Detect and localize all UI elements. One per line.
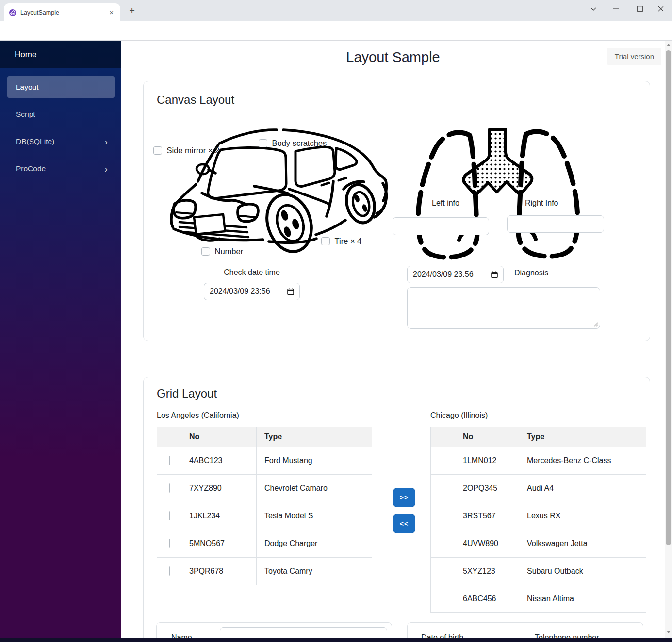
scroll-down-arrow-icon[interactable] (667, 631, 671, 633)
diagnosis-date-input[interactable]: 2024/03/09 23:56 (407, 266, 504, 283)
table-row[interactable]: 3RST567 Lexus RX (431, 502, 646, 530)
window-close-button[interactable] (654, 2, 668, 16)
browser-tab[interactable]: LayoutSample × (4, 3, 120, 21)
table-row[interactable]: 6ABC456 Nissan Altima (431, 585, 646, 613)
cell-no: 2OPQ345 (455, 475, 519, 502)
row-checkbox[interactable] (443, 456, 443, 465)
right-info-input[interactable] (507, 215, 604, 233)
cell-no: 4UVW890 (455, 530, 519, 558)
row-checkbox[interactable] (443, 539, 443, 548)
body-scratches-checkbox-row: Body scratches (259, 139, 327, 148)
main-content: Layout Sample Trial version Canvas Layou… (121, 41, 665, 642)
sidebar-item-db-sqlite[interactable]: DB(SQLite) › (7, 130, 115, 152)
tab-close-icon[interactable]: × (107, 8, 115, 16)
row-checkbox[interactable] (443, 594, 443, 603)
cell-type: Ford Mustang (257, 447, 372, 475)
table-header-row: No Type (431, 427, 646, 447)
cell-no: 4ABC123 (181, 447, 257, 475)
table-row[interactable]: 5XYZ123 Subaru Outback (431, 558, 646, 585)
row-checkbox[interactable] (443, 511, 443, 520)
table-row[interactable]: 3PQR678 Toyota Camry (157, 558, 372, 585)
chevron-right-icon: › (104, 137, 108, 146)
right-table-caption: Chicago (Illinois) (430, 411, 488, 420)
check-date-label: Check date time (204, 268, 300, 277)
cell-type: Nissan Altima (519, 585, 646, 613)
tire-label: Tire × 4 (335, 237, 362, 246)
cell-type: Tesla Model S (257, 502, 372, 530)
row-checkbox[interactable] (169, 539, 170, 548)
sidebar-brand[interactable]: Home (0, 41, 121, 68)
cell-no: 6ABC456 (455, 585, 519, 613)
calendar-icon[interactable] (491, 271, 498, 278)
body-scratches-label: Body scratches (272, 139, 327, 148)
table-row[interactable]: 2OPQ345 Audi A4 (431, 475, 646, 502)
cell-type: Toyota Camry (257, 558, 372, 585)
side-mirror-checkbox-row: Side mirror × 2 (153, 146, 219, 155)
cell-no: 3PQR678 (181, 558, 257, 585)
row-checkbox[interactable] (443, 483, 443, 493)
window-minimize-button[interactable] (608, 2, 623, 16)
diagnosis-date-value: 2024/03/09 23:56 (413, 270, 474, 279)
diagnosis-label: Diagnosis (514, 269, 548, 277)
canvas-layout-heading: Canvas Layout (157, 93, 234, 107)
cell-no: 5MNO567 (181, 530, 257, 558)
right-info-label: Right Info (525, 199, 558, 208)
canvas-layout-card: Canvas Layout (143, 81, 650, 341)
chevron-right-icon: › (104, 164, 108, 174)
body-scratches-checkbox[interactable] (259, 139, 267, 148)
column-header-no[interactable]: No (181, 427, 257, 447)
left-info-label: Left info (432, 199, 459, 208)
side-mirror-checkbox[interactable] (153, 146, 162, 155)
window-menu-chevron-icon[interactable] (586, 2, 601, 16)
window-maximize-button[interactable] (633, 2, 647, 16)
number-label: Number (215, 247, 244, 256)
diagnosis-textarea[interactable] (407, 287, 600, 329)
cell-type: Lexus RX (519, 502, 646, 530)
sidebar-item-label: Layout (16, 83, 39, 92)
move-right-button[interactable]: >> (393, 488, 415, 507)
check-date-input[interactable]: 2024/03/09 23:56 (204, 283, 300, 300)
row-checkbox[interactable] (443, 566, 443, 576)
tire-checkbox[interactable] (321, 237, 330, 246)
move-left-button[interactable]: << (393, 514, 415, 533)
cell-no: 1JKL234 (181, 502, 257, 530)
grid-layout-card: Grid Layout Los Angeles (California) No … (143, 377, 650, 642)
sidebar-item-label: ProCode (16, 164, 46, 173)
row-checkbox[interactable] (169, 483, 170, 493)
table-row[interactable]: 1JKL234 Tesla Model S (157, 502, 372, 530)
column-header-type[interactable]: Type (519, 427, 646, 447)
resize-handle-icon[interactable] (593, 322, 598, 327)
sidebar-item-layout[interactable]: Layout (7, 76, 115, 98)
side-mirror-label: Side mirror × 2 (167, 146, 220, 155)
table-row[interactable]: 1LMN012 Mercedes-Benz C-Class (431, 447, 646, 475)
table-row[interactable]: 5MNO567 Dodge Charger (157, 530, 372, 558)
column-header-no[interactable]: No (455, 427, 519, 447)
new-tab-button[interactable]: + (125, 4, 139, 17)
row-checkbox[interactable] (169, 511, 170, 520)
tab-title: LayoutSample (20, 9, 107, 16)
scrollbar-thumb[interactable] (666, 50, 671, 545)
table-row[interactable]: 7XYZ890 Chevrolet Camaro (157, 475, 372, 502)
favicon-icon (9, 9, 16, 16)
table-row[interactable]: 4ABC123 Ford Mustang (157, 447, 372, 475)
browser-tab-strip: LayoutSample × + (0, 0, 672, 21)
column-header-type[interactable]: Type (257, 427, 372, 447)
tire-checkbox-row: Tire × 4 (321, 237, 361, 246)
header-checkbox-cell (431, 427, 455, 447)
sidebar-item-script[interactable]: Script (7, 103, 115, 125)
cell-type: Subaru Outback (519, 558, 646, 585)
grid-layout-heading: Grid Layout (157, 387, 217, 401)
table-header-row: No Type (157, 427, 372, 447)
row-checkbox[interactable] (169, 456, 170, 465)
left-table-caption: Los Angeles (California) (157, 411, 239, 420)
row-checkbox[interactable] (169, 566, 170, 576)
scroll-up-arrow-icon[interactable] (667, 44, 671, 46)
left-info-input[interactable] (393, 217, 489, 235)
cell-type: Chevrolet Camaro (257, 475, 372, 502)
check-date-value: 2024/03/09 23:56 (210, 287, 270, 296)
browser-toolbar: ← → ⟳ localhost:7169/App/MainPageFrame/L… (0, 21, 672, 41)
number-checkbox[interactable] (201, 247, 210, 256)
table-row[interactable]: 4UVW890 Volkswagen Jetta (431, 530, 646, 558)
calendar-icon[interactable] (287, 288, 294, 295)
sidebar-item-procode[interactable]: ProCode › (7, 158, 115, 179)
